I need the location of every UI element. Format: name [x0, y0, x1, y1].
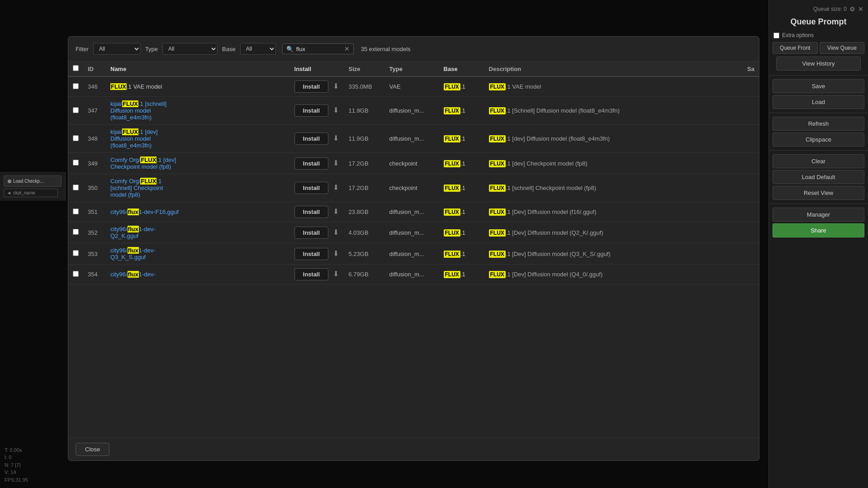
refresh-button[interactable]: Refresh: [773, 117, 864, 131]
header-id: ID: [83, 62, 106, 76]
row-base: FLUX.1: [439, 125, 484, 153]
desc-flux-badge: FLUX: [489, 160, 506, 167]
row-checkbox[interactable]: [73, 185, 79, 190]
install-button[interactable]: Install: [294, 206, 329, 218]
separator-3: [769, 150, 868, 151]
install-button[interactable]: Install: [294, 104, 329, 117]
separator-4: [769, 204, 868, 204]
close-button[interactable]: Close: [76, 443, 109, 456]
base-select[interactable]: All FLUX.1 SD1.5 SDXL: [240, 43, 276, 55]
clipspace-button[interactable]: Clipspace: [773, 133, 864, 147]
flux-badge: FLUX: [444, 160, 460, 167]
install-button[interactable]: Install: [294, 227, 329, 239]
name-highlight: flux: [128, 271, 139, 278]
header-size: Size: [344, 62, 385, 76]
row-checkbox[interactable]: [73, 83, 79, 89]
row-name: Comfy Org/FLUX.1 [dev]Checkpoint model (…: [106, 153, 290, 174]
extra-options-row: Extra options: [769, 31, 868, 41]
row-sa: [743, 222, 759, 243]
view-queue-button[interactable]: View Queue: [820, 42, 865, 54]
row-checkbox-cell: [68, 125, 83, 153]
stat-fps: FPS:31.95: [5, 476, 28, 484]
row-desc: FLUX.1 [Dev] Diffusion model (Q3_K_S/.gg…: [484, 243, 743, 265]
row-size: 23.8GB: [344, 202, 385, 222]
row-id: 350: [83, 174, 106, 202]
row-checkbox[interactable]: [73, 271, 79, 277]
modal-footer: Close: [68, 438, 759, 460]
row-checkbox-cell: [68, 202, 83, 222]
left-panel: Load Checkp... ◄ ckpt_name: [0, 172, 66, 201]
gear-icon[interactable]: ⚙: [849, 5, 855, 13]
row-sa: [743, 265, 759, 284]
search-box: 🔍 ✕: [282, 43, 354, 54]
name-highlight: FLUX: [122, 128, 138, 135]
reset-view-button[interactable]: Reset View: [773, 186, 864, 200]
name-highlight: FLUX: [122, 100, 138, 107]
clear-button[interactable]: Clear: [773, 154, 864, 168]
install-button[interactable]: Install: [294, 133, 329, 145]
row-sa: [743, 243, 759, 265]
row-size: 6.79GB: [344, 265, 385, 284]
row-id: 353: [83, 243, 106, 265]
row-name: city96/flux1-dev-Q2_K.gguf: [106, 222, 290, 243]
row-base: FLUX.1: [439, 174, 484, 202]
manager-button[interactable]: Manager: [773, 208, 864, 222]
row-type: checkpoint: [385, 153, 439, 174]
row-id: 346: [83, 76, 106, 97]
row-checkbox[interactable]: [73, 135, 79, 141]
view-history-button[interactable]: View History: [776, 57, 861, 71]
download-icon: ⬇: [333, 159, 339, 167]
row-desc: FLUX.1 [Dev] Diffusion model (f16/.gguf): [484, 202, 743, 222]
header-install: Install: [290, 62, 344, 76]
download-icon: ⬇: [333, 134, 339, 142]
row-checkbox[interactable]: [73, 229, 79, 235]
desc-flux-badge: FLUX: [489, 107, 506, 114]
row-install: Install ⬇: [290, 97, 344, 125]
load-button[interactable]: Load: [773, 95, 864, 109]
download-icon: ⬇: [333, 106, 339, 114]
ckpt-name-input[interactable]: ◄ ckpt_name: [4, 189, 58, 197]
install-button[interactable]: Install: [294, 248, 329, 260]
install-button[interactable]: Install: [294, 268, 329, 280]
row-size: 5.23GB: [344, 243, 385, 265]
row-desc: FLUX.1 [dev] Checkpoint model (fp8): [484, 153, 743, 174]
desc-flux-badge: FLUX: [489, 135, 506, 142]
row-sa: [743, 76, 759, 97]
flux-badge: FLUX: [444, 185, 460, 192]
row-checkbox[interactable]: [73, 208, 79, 214]
extra-options-checkbox[interactable]: [773, 33, 779, 38]
desc-flux-badge: FLUX: [489, 208, 506, 216]
row-checkbox[interactable]: [73, 160, 79, 166]
table-header-row: ID Name Install Size Type Base Descripti…: [68, 62, 759, 76]
row-type: diffusion_m...: [385, 222, 439, 243]
row-name: city96/flux1-dev-Q3_K_S.gguf: [106, 243, 290, 265]
row-desc: FLUX.1 [Schnell] Diffusion model (float8…: [484, 97, 743, 125]
table-row: 347 kijai/FLUX.1 [schnell]Diffusion mode…: [68, 97, 759, 125]
share-button[interactable]: Share: [773, 223, 864, 237]
select-all-checkbox[interactable]: [73, 65, 79, 71]
search-clear-button[interactable]: ✕: [344, 45, 350, 52]
row-checkbox[interactable]: [73, 250, 79, 256]
flux-badge: FLUX: [444, 208, 460, 216]
row-install: Install ⬇: [290, 125, 344, 153]
load-default-button[interactable]: Load Default: [773, 170, 864, 184]
header-sa: Sa: [743, 62, 759, 76]
row-id: 349: [83, 153, 106, 174]
install-button[interactable]: Install: [294, 81, 329, 93]
queue-front-button[interactable]: Queue Front: [773, 42, 818, 54]
filter-select[interactable]: All Not Installed Installed Update: [93, 43, 141, 55]
install-button[interactable]: Install: [294, 157, 329, 170]
download-icon: ⬇: [333, 250, 339, 257]
desc-flux-badge: FLUX: [489, 251, 506, 258]
row-id: 347: [83, 97, 106, 125]
row-checkbox[interactable]: [73, 107, 79, 113]
type-select[interactable]: All checkpoint VAE diffusion_model: [162, 43, 218, 55]
close-icon[interactable]: ✕: [858, 5, 863, 13]
install-button[interactable]: Install: [294, 182, 329, 194]
name-highlight: flux: [128, 247, 139, 254]
search-input[interactable]: [296, 46, 342, 52]
desc-flux-badge: FLUX: [489, 185, 506, 192]
save-button[interactable]: Save: [773, 79, 864, 93]
row-size: 335.0MB: [344, 76, 385, 97]
model-table-wrapper[interactable]: ID Name Install Size Type Base Descripti…: [68, 62, 759, 438]
